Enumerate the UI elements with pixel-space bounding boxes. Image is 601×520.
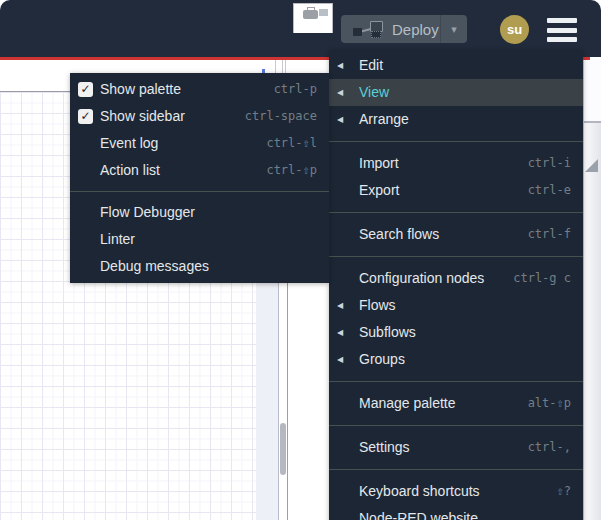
menu-item-shortcut: ctrl-, — [528, 434, 571, 461]
menu-item-label: Event log — [100, 135, 158, 151]
menu-item-shortcut: ctrl-g c — [513, 265, 571, 292]
user-avatar[interactable]: su — [500, 15, 529, 44]
menu-separator — [70, 191, 329, 192]
menu-item-action-list[interactable]: Action listctrl-⇧p — [70, 157, 329, 184]
menu-item-label: Manage palette — [359, 395, 456, 411]
view-submenu: ✓Show palettectrl-p✓Show sidebarctrl-spa… — [70, 73, 329, 283]
main-menu-button[interactable] — [547, 18, 577, 42]
menu-item-subflows[interactable]: ◀Subflows — [329, 319, 583, 346]
menu-item-arrange[interactable]: ◀Arrange — [329, 106, 583, 133]
menu-item-shortcut: ctrl-⇧l — [266, 130, 317, 157]
menu-item-linter[interactable]: Linter — [70, 226, 329, 253]
deploy-button[interactable]: Deploy ▾ — [341, 15, 467, 43]
canvas-scrollbar-thumb[interactable] — [280, 423, 286, 475]
menu-separator — [329, 212, 583, 213]
menu-item-label: View — [359, 84, 389, 100]
menu-item-shortcut: alt-⇧p — [528, 390, 571, 417]
deploy-nodes-icon — [353, 21, 383, 37]
menu-item-edit[interactable]: ◀Edit — [329, 52, 583, 79]
tab-label-fragment — [319, 9, 328, 16]
menu-item-shortcut: ctrl-i — [528, 150, 571, 177]
submenu-arrow-icon: ◀ — [333, 319, 347, 346]
menu-item-export[interactable]: Exportctrl-e — [329, 177, 583, 204]
menu-item-node-red-website[interactable]: Node-RED website — [329, 505, 583, 520]
menu-item-shortcut: ctrl-e — [528, 177, 571, 204]
node-red-editor: Deploy ▾ su ◀Edit◀View◀ArrangeImportctrl… — [0, 0, 601, 520]
resize-grip-icon — [585, 159, 598, 172]
menu-item-show-palette[interactable]: ✓Show palettectrl-p — [70, 76, 329, 103]
menu-item-label: Arrange — [359, 111, 409, 127]
menu-item-flows[interactable]: ◀Flows — [329, 292, 583, 319]
menu-item-label: Action list — [100, 162, 160, 178]
menu-item-label: Debug messages — [100, 258, 209, 274]
menu-item-shortcut: ctrl-f — [528, 221, 571, 248]
deploy-options-caret[interactable]: ▾ — [440, 15, 467, 43]
menu-item-search-flows[interactable]: Search flowsctrl-f — [329, 221, 583, 248]
menu-item-label: Node-RED website — [359, 510, 478, 520]
menu-item-manage-palette[interactable]: Manage palettealt-⇧p — [329, 390, 583, 417]
menu-item-configuration-nodes[interactable]: Configuration nodesctrl-g c — [329, 265, 583, 292]
menu-item-label: Flow Debugger — [100, 204, 195, 220]
menu-item-label: Show sidebar — [100, 108, 185, 124]
workspace-tab[interactable] — [293, 3, 333, 33]
hamburger-bar — [547, 18, 577, 23]
menu-separator — [329, 469, 583, 470]
menu-item-label: Edit — [359, 57, 383, 73]
menu-item-label: Search flows — [359, 226, 439, 242]
submenu-arrow-icon: ◀ — [333, 346, 347, 373]
page-scrollbar-thumb[interactable] — [584, 60, 601, 123]
menu-item-flow-debugger[interactable]: Flow Debugger — [70, 199, 329, 226]
menu-item-import[interactable]: Importctrl-i — [329, 150, 583, 177]
menu-item-shortcut: ctrl-p — [274, 76, 317, 103]
hamburger-bar — [547, 37, 577, 42]
submenu-arrow-icon: ◀ — [333, 52, 347, 79]
deploy-button-label: Deploy — [392, 21, 439, 38]
page-scrollbar-track[interactable] — [583, 60, 601, 520]
submenu-arrow-icon: ◀ — [333, 106, 347, 133]
menu-separator — [329, 256, 583, 257]
menu-item-label: Flows — [359, 297, 396, 313]
menu-item-view[interactable]: ◀View — [329, 79, 583, 106]
checkbox-checked-icon[interactable]: ✓ — [78, 82, 93, 97]
menu-item-label: Settings — [359, 439, 410, 455]
submenu-arrow-icon: ◀ — [333, 79, 347, 106]
hamburger-bar — [547, 28, 577, 33]
menu-separator — [329, 425, 583, 426]
menu-item-debug-messages[interactable]: Debug messages — [70, 253, 329, 280]
menu-item-settings[interactable]: Settingsctrl-, — [329, 434, 583, 461]
menu-item-label: Linter — [100, 231, 135, 247]
flow-icon — [303, 10, 318, 19]
menu-item-label: Export — [359, 182, 399, 198]
menu-item-shortcut: ctrl-space — [245, 103, 317, 130]
submenu-arrow-icon: ◀ — [333, 292, 347, 319]
menu-item-label: Configuration nodes — [359, 270, 484, 286]
menu-item-label: Subflows — [359, 324, 416, 340]
menu-item-groups[interactable]: ◀Groups — [329, 346, 583, 373]
menu-item-label: Show palette — [100, 81, 181, 97]
main-dropdown-menu: ◀Edit◀View◀ArrangeImportctrl-iExportctrl… — [329, 50, 583, 520]
menu-item-label: Groups — [359, 351, 405, 367]
menu-item-event-log[interactable]: Event logctrl-⇧l — [70, 130, 329, 157]
menu-separator — [329, 381, 583, 382]
menu-item-label: Import — [359, 155, 399, 171]
menu-item-shortcut: ctrl-⇧p — [266, 157, 317, 184]
menu-item-keyboard-shortcuts[interactable]: Keyboard shortcuts⇧? — [329, 478, 583, 505]
menu-separator — [329, 141, 583, 142]
menu-item-shortcut: ⇧? — [557, 478, 571, 505]
checkbox-checked-icon[interactable]: ✓ — [78, 109, 93, 124]
menu-item-label: Keyboard shortcuts — [359, 483, 480, 499]
menu-item-show-sidebar[interactable]: ✓Show sidebarctrl-space — [70, 103, 329, 130]
